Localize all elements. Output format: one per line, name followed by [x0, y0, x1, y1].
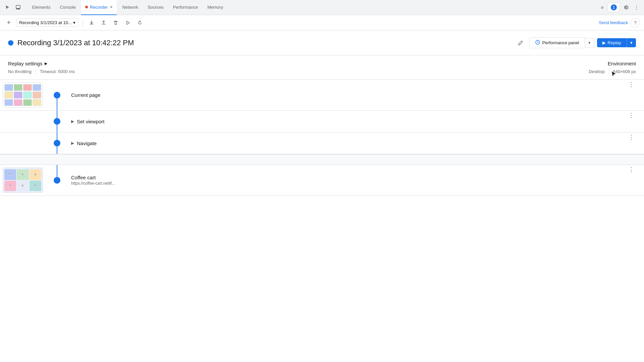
step-coffee-cart-timeline [47, 165, 67, 195]
recording-active-dot [85, 6, 88, 8]
replay-settings-expand-icon: ▶ [45, 61, 47, 66]
step-coffee-cart-row[interactable]: ☕ ☕ ☕ ☕ ☕ ☕ Co [0, 165, 644, 195]
replay-btn-label: Replay [608, 40, 621, 45]
perf-panel-btn[interactable]: Performance panel [529, 37, 585, 48]
step-navigate-timeline [47, 132, 67, 154]
step-navigate-more-btn[interactable]: ⋮ [627, 132, 636, 142]
tab-memory[interactable]: Memory [203, 0, 227, 15]
play-btn[interactable] [123, 18, 132, 27]
step-group-set-viewport: ▶ Set viewport ⋮ [0, 111, 644, 132]
step-current-page-content: Current page [67, 80, 627, 110]
step-current-page-thumbnail [3, 82, 43, 108]
perf-panel-dropdown-btn[interactable]: ▾ [585, 38, 594, 48]
step-set-viewport-label: Set viewport [77, 119, 105, 124]
timeout-value: Timeout: 5000 ms [36, 69, 79, 74]
settings-badge-btn[interactable]: 1 [608, 3, 620, 12]
more-options-icon-btn[interactable]: ⋮ [632, 3, 641, 12]
step-current-page-thumbnail-col [0, 80, 47, 110]
step-coffee-cart-more-btn[interactable]: ⋮ [627, 165, 636, 174]
step-set-viewport-more-btn[interactable]: ⋮ [627, 111, 636, 120]
step-navigate-row[interactable]: ▶ Navigate ⋮ [0, 132, 644, 154]
gear-icon-btn[interactable] [621, 3, 631, 12]
replay-settings-section: Replay settings ▶ No throttling Timeout:… [0, 55, 644, 80]
settings-details: No throttling Timeout: 5000 ms [8, 69, 79, 74]
step-current-page-more-icon: ⋮ [628, 81, 634, 88]
perf-panel-btn-group: Performance panel ▾ [529, 37, 594, 48]
tab-recorder[interactable]: Recorder ✕ [81, 0, 117, 15]
step-navigate-more-icon: ⋮ [628, 133, 634, 141]
step-navigate-dot [54, 140, 60, 146]
step-coffee-cart-dot [54, 177, 60, 184]
step-group-current-page: Current page ⋮ [0, 80, 644, 111]
recording-selector-name: Recording 3/1/2023 at 10... [19, 20, 72, 25]
step-current-page-timeline [47, 80, 67, 110]
delete-btn[interactable] [111, 18, 120, 27]
svg-rect-0 [16, 5, 20, 8]
environment-title: Environment [589, 61, 636, 66]
add-recording-btn[interactable]: + [4, 18, 13, 27]
more-tabs-btn[interactable]: » [598, 3, 606, 12]
edit-title-btn[interactable] [516, 38, 525, 48]
toolbar-divider-1 [83, 19, 83, 27]
svg-rect-1 [16, 8, 20, 9]
replay-settings-title[interactable]: Replay settings ▶ [8, 61, 79, 66]
step-current-page-dot [54, 92, 60, 99]
tab-memory-label: Memory [207, 5, 223, 10]
step-coffee-cart-thumbnail: ☕ ☕ ☕ ☕ ☕ ☕ [3, 168, 43, 193]
settings-left: Replay settings ▶ No throttling Timeout:… [8, 61, 79, 74]
tab-network[interactable]: Network [118, 0, 142, 15]
replay-btn[interactable]: ▶ Replay [597, 38, 627, 47]
toolbar-right: Send feedback ? [599, 18, 640, 27]
step-navigate-expand-icon[interactable]: ▶ [71, 141, 74, 145]
tab-recorder-close-icon[interactable]: ✕ [110, 5, 113, 9]
step-group-navigate: ▶ Navigate ⋮ [0, 132, 644, 154]
send-feedback-link[interactable]: Send feedback [599, 20, 628, 25]
recording-selector[interactable]: Recording 3/1/2023 at 10... ▾ [16, 18, 78, 27]
step-coffee-cart-content: Coffee cart https://coffee-cart.netlif..… [67, 165, 627, 195]
replay-btn-icon: ▶ [602, 40, 606, 45]
header-actions: Performance panel ▾ ▶ Replay ▾ [529, 37, 636, 48]
coffee-cart-thumb-img: ☕ ☕ ☕ ☕ ☕ ☕ [3, 168, 43, 192]
replay-all-btn[interactable] [135, 18, 145, 27]
step-set-viewport-expand-icon[interactable]: ▶ [71, 119, 74, 124]
main-content: Recording 3/1/2023 at 10:42:22 PM Perfor… [0, 31, 644, 362]
tab-bar-icons [3, 3, 23, 12]
cursor-tool-btn[interactable] [3, 3, 12, 12]
tab-bar: Elements Console Recorder ✕ Network Sour… [0, 0, 644, 15]
step-set-viewport-row[interactable]: ▶ Set viewport ⋮ [0, 111, 644, 132]
recording-header: Recording 3/1/2023 at 10:42:22 PM Perfor… [0, 31, 644, 55]
section-divider [0, 154, 644, 165]
recording-title: Recording 3/1/2023 at 10:42:22 PM [17, 39, 512, 47]
step-set-viewport-timeline [47, 111, 67, 132]
replay-dropdown-btn[interactable]: ▾ [627, 38, 636, 47]
tab-network-label: Network [122, 5, 138, 10]
step-current-page-label: Current page [71, 92, 101, 98]
perf-panel-icon [535, 40, 540, 46]
dock-btn[interactable] [13, 3, 23, 12]
perf-panel-dropdown-icon: ▾ [588, 40, 591, 45]
tab-console[interactable]: Console [56, 0, 80, 15]
step-navigate-empty-thumb [0, 132, 47, 154]
recording-selector-dropdown-icon: ▾ [73, 20, 75, 25]
step-coffee-cart-url: https://coffee-cart.netlif... [71, 181, 115, 186]
tab-performance-label: Performance [173, 5, 198, 10]
step-group-coffee-cart: ☕ ☕ ☕ ☕ ☕ ☕ Co [0, 165, 644, 196]
export-btn[interactable] [87, 18, 96, 27]
tab-performance[interactable]: Performance [169, 0, 202, 15]
step-current-page-row[interactable]: Current page ⋮ [0, 80, 644, 110]
tab-sources[interactable]: Sources [144, 0, 168, 15]
environment-details: Desktop 640×608 px [589, 69, 636, 74]
step-current-page-more-btn[interactable]: ⋮ [627, 80, 636, 89]
settings-badge: 1 [611, 4, 617, 10]
throttling-value: No throttling [8, 69, 36, 74]
tab-elements[interactable]: Elements [28, 0, 54, 15]
step-coffee-cart-label: Coffee cart [71, 175, 115, 180]
tab-console-label: Console [60, 5, 76, 10]
help-btn[interactable]: ? [631, 18, 640, 27]
import-btn[interactable] [99, 18, 108, 27]
tab-sources-label: Sources [148, 5, 164, 10]
step-coffee-cart-more-icon: ⋮ [628, 166, 634, 173]
step-set-viewport-empty-thumb [0, 111, 47, 132]
step-set-viewport-dot [54, 118, 60, 125]
current-page-thumb-img [3, 83, 43, 107]
